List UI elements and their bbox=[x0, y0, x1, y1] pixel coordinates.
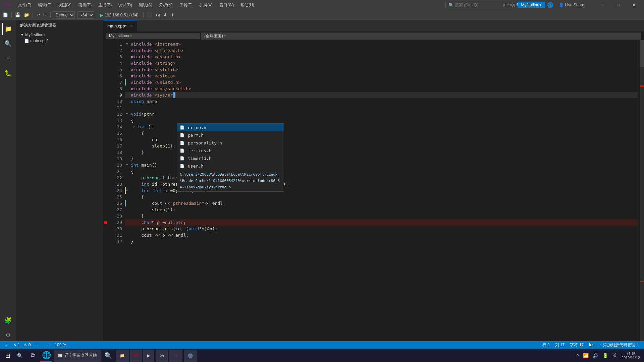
menu-window[interactable]: 窗口(W) bbox=[216, 2, 237, 9]
ac-item-user[interactable]: 📄 user.h bbox=[177, 162, 284, 170]
step-out-icon[interactable]: ⬆ bbox=[169, 12, 175, 18]
taskbar-file-manager[interactable]: 📁 bbox=[116, 350, 129, 362]
activity-search[interactable]: 🔍 bbox=[2, 38, 14, 50]
code-line-9: #include <sys/er| bbox=[125, 92, 637, 98]
statusbar-col[interactable]: 列 17 bbox=[552, 341, 568, 349]
taskbar-store[interactable]: 🛍 bbox=[156, 350, 168, 362]
file-path-selector[interactable]: Myfirstlinux ▾ bbox=[106, 33, 200, 39]
taskbar-search[interactable]: 🔍 bbox=[14, 352, 25, 360]
redo-icon[interactable]: ↪ bbox=[42, 12, 48, 18]
ac-item-timerfd[interactable]: 📄 timerfd.h bbox=[177, 155, 284, 162]
restore-button[interactable]: □ bbox=[610, 0, 626, 10]
tray-volume-icon[interactable]: 🔊 bbox=[591, 352, 600, 359]
autocomplete-dropdown[interactable]: 📄 errno.h 📄 perm.h 📄 personality.h 📄 ter… bbox=[177, 123, 284, 192]
live-share-button[interactable]: 👤 Live Share bbox=[556, 2, 587, 8]
platform-dropdown[interactable]: x64 bbox=[77, 11, 94, 19]
play-icon: ▶ bbox=[100, 12, 103, 18]
undo-icon[interactable]: ↩ bbox=[35, 12, 41, 18]
tab-maincpp[interactable]: main.cpp* ✕ bbox=[103, 20, 137, 32]
activity-explorer[interactable]: 📁 bbox=[2, 23, 14, 35]
save-all-icon[interactable]: 📁 bbox=[22, 12, 31, 18]
menu-project[interactable]: 项目(P) bbox=[75, 2, 95, 9]
ac-item-termios[interactable]: 📄 termios.h bbox=[177, 147, 284, 155]
tray-lang[interactable]: 英 bbox=[611, 352, 619, 359]
menu-debug[interactable]: 调试(D) bbox=[115, 2, 136, 9]
menu-extensions[interactable]: 扩展(X) bbox=[196, 2, 216, 9]
notification-badge[interactable]: 2 bbox=[547, 2, 553, 8]
line-num-10: 10 bbox=[111, 98, 122, 105]
sidebar-item-maincpp[interactable]: 📄 main.cpp* bbox=[19, 38, 100, 44]
taskbar-ie-icon[interactable]: 🌐 bbox=[40, 350, 52, 362]
menu-file[interactable]: 文件(F) bbox=[15, 2, 35, 9]
menu-view[interactable]: 视图(V) bbox=[55, 2, 75, 9]
scrollbar-right[interactable] bbox=[640, 40, 644, 341]
activity-extensions[interactable]: 🧩 bbox=[2, 314, 14, 326]
statusbar-errors[interactable]: ✕ 1 ⚠ 0 bbox=[10, 341, 33, 349]
warning-count: 0 bbox=[29, 343, 31, 347]
scrollbar-thumb[interactable] bbox=[640, 40, 644, 67]
search-kbd: (Ctrl+Q) bbox=[503, 3, 515, 7]
activity-git[interactable]: ⑂ bbox=[2, 52, 14, 64]
statusbar-branch[interactable]: ⑂ bbox=[3, 341, 10, 349]
save-icon[interactable]: 💾 bbox=[14, 12, 22, 18]
menu-edit[interactable]: 编辑(E) bbox=[35, 2, 55, 9]
taskbar-browser[interactable]: 🌐 bbox=[184, 350, 197, 362]
taskbar-mp[interactable]: ▶ bbox=[143, 350, 154, 362]
taskbar-news[interactable]: 📰 辽宁男篮赛季首胜 bbox=[54, 350, 101, 362]
config-dropdown[interactable]: Debug bbox=[53, 11, 75, 19]
menu-help[interactable]: 帮助(H) bbox=[237, 2, 258, 9]
menu-tools[interactable]: 工具(T) bbox=[176, 2, 196, 9]
minimize-button[interactable]: ─ bbox=[595, 0, 610, 10]
toolbar: 📄 💾 📁 ↩ ↪ Debug x64 ▶ 192.168.0.51 (x64)… bbox=[0, 10, 644, 20]
scope-selector[interactable]: (全局范围) ▾ bbox=[201, 33, 641, 40]
statusbar-nav-fwd[interactable]: → bbox=[43, 341, 52, 349]
start-button[interactable]: ⊞ bbox=[3, 351, 13, 361]
taskbar-task-view[interactable]: ⧉ bbox=[27, 350, 39, 362]
taskbar-wps[interactable]: W bbox=[130, 350, 142, 362]
taskbar-search-app[interactable]: 🔍 bbox=[102, 350, 114, 362]
code-line-30: pthread_join(id, (void**)&p); bbox=[125, 226, 637, 232]
tray-arrow-icon[interactable]: ^ bbox=[575, 352, 580, 359]
scope-arrow: ▾ bbox=[224, 34, 226, 38]
run-button[interactable]: ▶ 192.168.0.51 (x64) bbox=[97, 12, 141, 18]
activity-settings[interactable]: ⚙ bbox=[2, 329, 14, 341]
ac-item-errno[interactable]: 📄 errno.h bbox=[177, 124, 284, 131]
sidebar: 解决方案资源管理器 ▼ Myfirstlinux 📄 main.cpp* bbox=[16, 20, 103, 341]
statusbar-char[interactable]: 字符 17 bbox=[567, 341, 586, 349]
collapse-icon-1[interactable]: ▽ bbox=[126, 41, 130, 47]
activity-debug[interactable]: 🐛 bbox=[2, 67, 14, 79]
menu-analyze[interactable]: 分析(N) bbox=[156, 2, 176, 9]
ac-item-perm[interactable]: 📄 perm.h bbox=[177, 131, 284, 139]
breakpoint-icon[interactable]: ⬛ bbox=[146, 12, 154, 18]
statusbar-zoom[interactable]: 109 % bbox=[52, 341, 69, 349]
step-over-icon[interactable]: ⏭ bbox=[154, 12, 161, 18]
search-input[interactable] bbox=[455, 3, 502, 7]
line-num-26: 26 bbox=[111, 200, 122, 206]
code-content[interactable]: ▽ #include <iostream> #include <pthread.… bbox=[125, 40, 637, 341]
tray-clock[interactable]: 14:15 2019/11/12 bbox=[620, 352, 641, 360]
code-line-25: { bbox=[125, 194, 637, 200]
statusbar-ins[interactable]: Ins bbox=[586, 341, 597, 349]
step-in-icon[interactable]: ⬇ bbox=[162, 12, 168, 18]
new-project-icon[interactable]: 📄 bbox=[1, 12, 9, 18]
tray-battery-icon[interactable]: 🔋 bbox=[601, 352, 609, 359]
close-button[interactable]: ✕ bbox=[626, 0, 641, 10]
minimap[interactable] bbox=[637, 40, 640, 341]
menu-test[interactable]: 测试(S) bbox=[136, 2, 156, 9]
vs-taskbar-icon: VS bbox=[173, 353, 178, 358]
line-num-1: 1 bbox=[111, 41, 122, 47]
statusbar-row[interactable]: 行 9 bbox=[540, 341, 552, 349]
error-icon: ✕ bbox=[13, 343, 16, 347]
toolbar-separator-2 bbox=[33, 12, 33, 18]
code-line-4: #include <string> bbox=[125, 60, 637, 66]
statusbar-nav-back[interactable]: ← bbox=[33, 341, 43, 349]
statusbar-vcs[interactable]: ↑ 添加到源代码管理 ↓ bbox=[597, 341, 641, 349]
menu-build[interactable]: 生成(B) bbox=[95, 2, 115, 9]
sidebar-item-myfirstlinux[interactable]: ▼ Myfirstlinux bbox=[19, 32, 100, 38]
vcs-icon: ↑ bbox=[600, 343, 602, 347]
line-num-18: 18 bbox=[111, 149, 122, 156]
tray-network-icon[interactable]: 📶 bbox=[582, 352, 590, 359]
ac-item-personality[interactable]: 📄 personality.h bbox=[177, 139, 284, 147]
taskbar-vs-icon[interactable]: VS bbox=[169, 350, 182, 362]
tab-close-button[interactable]: ✕ bbox=[130, 24, 133, 28]
